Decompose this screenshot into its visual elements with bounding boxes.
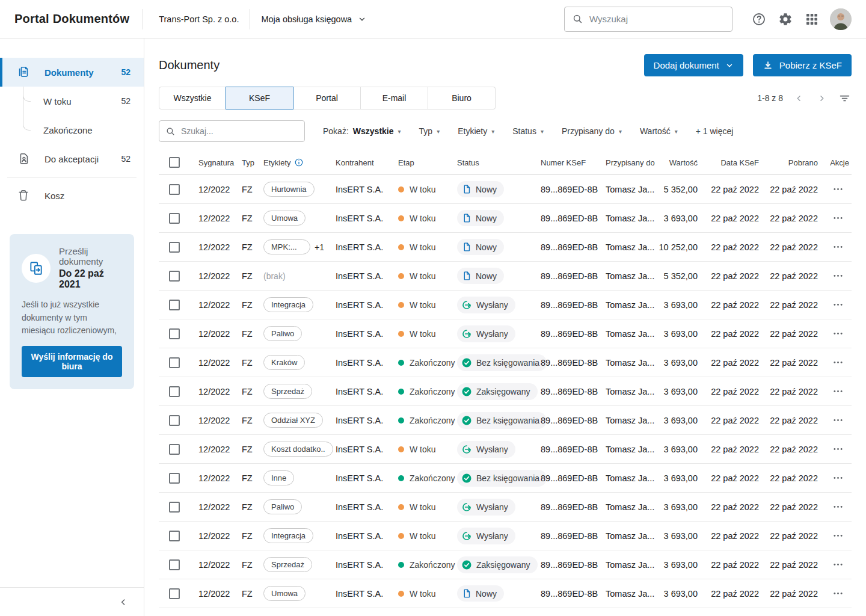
row-checkbox[interactable] [169, 386, 180, 397]
row-actions-button[interactable] [833, 271, 843, 281]
send-info-to-office-button[interactable]: Wyślij informację do biura [22, 346, 122, 377]
tag-pill[interactable]: Inne [263, 470, 294, 485]
row-actions-button[interactable] [833, 531, 843, 541]
status-badge: Nowy [457, 181, 504, 197]
pagination-next-button[interactable] [814, 91, 829, 105]
row-checkbox[interactable] [169, 213, 180, 224]
row-checkbox[interactable] [169, 559, 180, 570]
filter-przypisany-do-dropdown[interactable]: Przypisany do▾ [562, 126, 622, 136]
row-checkbox[interactable] [169, 300, 180, 310]
row-checkbox[interactable] [169, 502, 180, 513]
tag-pill[interactable]: Sprzedaż [263, 384, 312, 399]
cell-select [159, 502, 194, 513]
cell-etap: Zakończony [396, 387, 455, 396]
filter-status-dropdown[interactable]: Status▾ [512, 126, 544, 136]
table-search-input[interactable] [181, 126, 298, 136]
tab-biuro[interactable]: Biuro [428, 87, 496, 109]
sidebar-item-zakonczone[interactable]: Zakończone [0, 116, 144, 144]
tag-pill[interactable]: Sprzedaż [263, 557, 312, 572]
apps-button[interactable] [803, 11, 820, 28]
etap-dot [398, 389, 404, 395]
row-actions-button[interactable] [833, 328, 843, 339]
cell-select [159, 184, 194, 195]
row-actions-button[interactable] [833, 444, 843, 454]
row-checkbox[interactable] [169, 357, 180, 368]
row-actions-button[interactable] [833, 357, 843, 368]
filter-wartość-dropdown[interactable]: Wartość▾ [640, 126, 678, 136]
tag-pill[interactable]: Umowa [263, 211, 306, 226]
tab-ksef[interactable]: KSeF [226, 87, 293, 109]
add-document-button[interactable]: Dodaj dokument [644, 54, 743, 76]
cell-select [159, 386, 194, 397]
sidebar-collapse-button[interactable] [118, 597, 128, 607]
global-search[interactable] [564, 7, 732, 32]
row-checkbox[interactable] [169, 242, 180, 253]
avatar[interactable] [830, 8, 852, 30]
etap-dot [398, 504, 404, 510]
settings-button[interactable] [777, 11, 794, 28]
filter-more-link[interactable]: + 1 więcej [696, 126, 734, 136]
tag-pill[interactable]: Koszt dodatko.. [263, 442, 333, 457]
row-actions-button[interactable] [833, 588, 843, 599]
row-actions-button[interactable] [833, 184, 843, 194]
filter-show-dropdown[interactable]: Pokaż: Wszystkie ▾ [323, 126, 401, 136]
table-search[interactable] [159, 120, 305, 142]
sidebar-item-do-akceptacji[interactable]: Do akceptacji 52 [0, 144, 144, 173]
row-checkbox[interactable] [169, 415, 180, 426]
tag-pill[interactable]: Hurtownia [263, 182, 315, 197]
tag-pill[interactable]: Oddział XYZ [263, 413, 323, 428]
sidebar-item-w-toku[interactable]: W toku 52 [0, 87, 144, 116]
cell-data-ksef: 22 paź 2022 [698, 329, 759, 339]
status-badge: Wysłany [457, 325, 515, 342]
pagination-prev-button[interactable] [791, 91, 806, 105]
cell-data-ksef: 22 paź 2022 [698, 589, 759, 599]
tag-pill[interactable]: Integracja [263, 297, 313, 312]
row-actions-button[interactable] [833, 473, 843, 483]
filter-typ-dropdown[interactable]: Typ▾ [419, 126, 440, 136]
tag-pill[interactable]: Kraków [263, 355, 305, 370]
row-checkbox[interactable] [169, 328, 180, 339]
tag-pill[interactable]: Umowa [263, 586, 306, 601]
tab-portal[interactable]: Portal [293, 87, 361, 109]
cell-typ: FZ [238, 531, 261, 541]
row-actions-button[interactable] [833, 242, 843, 252]
row-checkbox[interactable] [169, 444, 180, 455]
status-icon-sent [461, 444, 472, 455]
cell-wartosc: 3 693,00 [662, 416, 698, 425]
sidebar-item-kosz[interactable]: Kosz [0, 181, 144, 210]
help-button[interactable] [751, 11, 767, 28]
tag-pill[interactable]: Integracja [263, 528, 313, 543]
row-actions-button[interactable] [833, 502, 843, 512]
tag-pill[interactable]: Paliwo [263, 326, 302, 341]
row-checkbox[interactable] [169, 271, 180, 282]
row-checkbox[interactable] [169, 184, 180, 195]
cell-wartosc: 3 693,00 [662, 502, 698, 512]
dropdown-caret-icon: ▾ [675, 128, 678, 135]
tab-e-mail[interactable]: E-mail [361, 87, 428, 109]
tag-pill[interactable]: Paliwo [263, 499, 302, 514]
column-filter-button[interactable] [837, 91, 852, 105]
global-search-input[interactable] [589, 14, 725, 24]
cell-przypisany-do: Tomasz Ja... [604, 329, 662, 339]
row-checkbox[interactable] [169, 473, 180, 484]
row-actions-button[interactable] [833, 213, 843, 223]
row-actions-button[interactable] [833, 300, 843, 310]
download-from-ksef-button[interactable]: Pobierz z KSeF [753, 54, 852, 76]
cell-select [159, 242, 194, 253]
row-actions-button[interactable] [833, 415, 843, 425]
tag-more-count[interactable]: +1 [315, 242, 324, 252]
tag-pill[interactable]: MPK:... [263, 239, 310, 254]
sidebar-item-dokumenty[interactable]: Dokumenty 52 [0, 58, 144, 87]
row-actions-button[interactable] [833, 559, 843, 570]
dropdown-caret-icon: ▾ [491, 128, 494, 135]
more-actions-icon [833, 242, 843, 252]
row-actions-button[interactable] [833, 386, 843, 396]
etap-dot [398, 244, 404, 250]
row-checkbox[interactable] [169, 588, 180, 599]
tab-wszystkie[interactable]: Wszystkie [159, 87, 226, 109]
filter-etykiety-dropdown[interactable]: Etykiety▾ [458, 126, 494, 136]
select-all-checkbox[interactable] [169, 157, 180, 168]
sidebar-nav: Dokumenty 52 W toku 52 Zakończone Do akc… [0, 58, 144, 210]
workspace-selector[interactable]: Moja obsługa księgowa [261, 14, 366, 24]
row-checkbox[interactable] [169, 531, 180, 541]
